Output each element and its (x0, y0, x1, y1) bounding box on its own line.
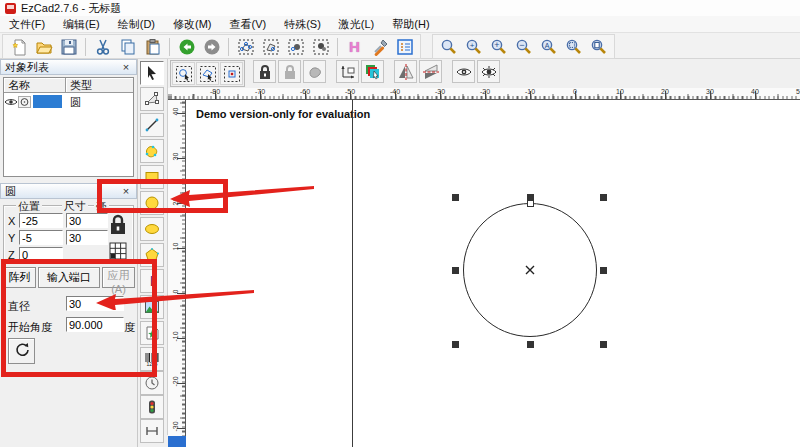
zoom-selection-icon[interactable] (562, 36, 585, 57)
bitmap-icon[interactable] (140, 295, 164, 319)
zoom-window-icon[interactable]: + (462, 36, 485, 57)
start-angle-input[interactable] (66, 317, 124, 332)
open-icon[interactable] (32, 36, 55, 57)
mirror-horizontal-icon[interactable] (394, 60, 417, 83)
zoom-out-icon[interactable]: − (512, 36, 535, 57)
axis-y-label: Y (8, 232, 16, 244)
move-origin-icon[interactable] (336, 60, 359, 83)
properties-title: 圆 (5, 184, 16, 199)
toolbar-separator (85, 38, 86, 56)
hatch-icon[interactable]: H (343, 36, 366, 57)
menu-modify[interactable]: 修改(M) (164, 16, 221, 32)
y-position-input[interactable] (19, 230, 63, 245)
select-arrow-icon[interactable] (140, 61, 164, 85)
circle-icon[interactable] (140, 191, 164, 215)
start-angle-label: 开始角度 (8, 320, 52, 335)
tools-icon[interactable] (368, 36, 391, 57)
text-icon[interactable]: I (140, 269, 164, 293)
paste-icon[interactable] (141, 36, 164, 57)
lock-shape-icon[interactable] (303, 60, 326, 83)
lock-ratio-icon[interactable] (106, 211, 130, 239)
close-icon[interactable]: × (120, 61, 132, 73)
hatch-select-icon[interactable] (284, 36, 307, 57)
lock-icon[interactable] (253, 60, 276, 83)
cut-icon[interactable] (91, 36, 114, 57)
vector-file-icon[interactable] (140, 321, 164, 345)
group-icon[interactable] (259, 36, 282, 57)
rotate-icon[interactable] (8, 338, 35, 364)
show-all-icon[interactable] (477, 60, 500, 83)
delay-icon[interactable] (140, 371, 164, 395)
close-icon[interactable]: × (120, 185, 132, 197)
menu-draw[interactable]: 绘制(D) (109, 16, 164, 32)
handle-top-left[interactable] (452, 194, 459, 201)
copy-icon[interactable] (116, 36, 139, 57)
show-preview-icon[interactable] (452, 60, 475, 83)
file-edit-toolbar-band: H (2, 34, 421, 59)
object-list-panel: 对象列表 × 名称 类型 圆 (0, 59, 137, 180)
pick-color-icon[interactable] (361, 60, 384, 83)
io-control-icon[interactable] (140, 395, 164, 419)
window-title: EzCad2.7.6 - 无标题 (21, 1, 121, 16)
menu-special[interactable]: 特殊(S) (275, 16, 330, 32)
array-button[interactable]: 阵列 (3, 267, 36, 288)
visible-eye-icon[interactable] (4, 96, 18, 108)
x-position-input[interactable] (19, 213, 63, 228)
menu-edit[interactable]: 编辑(E) (54, 16, 109, 32)
pick-object-icon[interactable] (196, 62, 219, 85)
circle-start-point-node[interactable] (527, 200, 534, 207)
zoom-in-icon[interactable]: + (487, 36, 510, 57)
polygon-icon[interactable] (140, 243, 164, 267)
curve-icon[interactable] (140, 139, 164, 163)
zoom-all-icon[interactable]: A (537, 36, 560, 57)
mirror-vertical-icon[interactable] (419, 60, 442, 83)
node-select-icon[interactable] (309, 36, 332, 57)
input-port-button[interactable]: 输入端口 (38, 267, 100, 288)
node-edit-icon[interactable] (140, 87, 164, 111)
redo-icon[interactable] (200, 36, 223, 57)
apply-button[interactable]: 应用(A) (102, 267, 135, 288)
object-row[interactable]: 圆 (4, 94, 133, 109)
circle-properties-panel: 圆 × 位置 尺寸 毫 X Y Z (0, 183, 137, 447)
handle-bottom-left[interactable] (452, 341, 459, 348)
handle-top-right[interactable] (600, 194, 607, 201)
size-label: 尺寸 (62, 199, 88, 214)
pick-node-icon[interactable] (172, 62, 195, 85)
properties-panel-icon[interactable] (393, 36, 416, 57)
handle-bottom-center[interactable] (527, 341, 534, 348)
new-icon[interactable] (7, 36, 30, 57)
diameter-input[interactable] (66, 296, 124, 311)
selected-name-highlight[interactable] (33, 95, 62, 108)
handle-bottom-right[interactable] (600, 341, 607, 348)
menu-laser[interactable]: 激光(L) (330, 16, 383, 32)
column-header-name[interactable]: 名称 (4, 78, 66, 93)
work-field-boundary-line (352, 100, 353, 447)
handle-mid-right[interactable] (600, 267, 607, 274)
handle-mid-left[interactable] (452, 267, 459, 274)
save-icon[interactable] (57, 36, 80, 57)
rectangle-icon[interactable] (140, 165, 164, 189)
pick-center-icon[interactable] (220, 62, 243, 85)
drawing-canvas[interactable]: Demo version-only for evaluation (186, 100, 800, 447)
x-size-input[interactable] (66, 213, 108, 228)
z-position-input[interactable] (19, 247, 63, 262)
column-header-type[interactable]: 类型 (66, 78, 133, 93)
menu-help[interactable]: 帮助(H) (383, 16, 438, 32)
menu-file[interactable]: 文件(F) (0, 16, 54, 32)
extend-axis-icon[interactable] (140, 419, 164, 443)
zoom-workspace-icon[interactable] (587, 36, 610, 57)
toolbar-separator (228, 38, 229, 56)
array-grid-icon[interactable] (106, 240, 130, 262)
line-icon[interactable] (140, 113, 164, 137)
y-size-input[interactable] (66, 230, 108, 245)
magnifier-icon[interactable] (437, 36, 460, 57)
unlock-icon[interactable] (278, 60, 301, 83)
circle-object-icon (18, 96, 31, 108)
ungroup-icon[interactable] (234, 36, 257, 57)
toolbar-separator (337, 38, 338, 56)
menu-view[interactable]: 查看(V) (221, 16, 276, 32)
ellipse-icon[interactable] (140, 217, 164, 241)
undo-icon[interactable] (175, 36, 198, 57)
barcode-icon[interactable]: 1234 (140, 347, 164, 371)
degree-unit-label: 度 (124, 320, 135, 335)
